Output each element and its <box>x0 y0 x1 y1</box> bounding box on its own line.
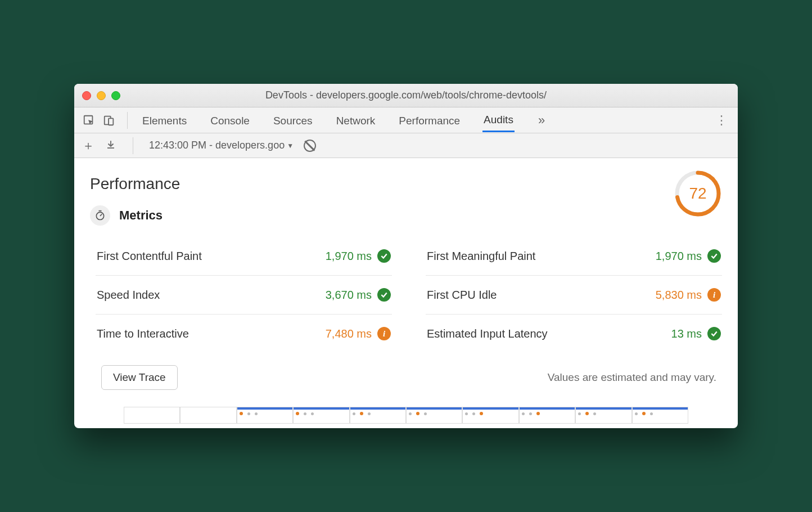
filmstrip-frame[interactable] <box>293 407 349 424</box>
filmstrip-frame[interactable] <box>632 407 688 424</box>
more-tabs-icon[interactable]: » <box>536 113 547 128</box>
filmstrip-frame[interactable] <box>350 407 406 424</box>
metric-value: 7,480 ms <box>326 327 372 340</box>
category-heading: Performance <box>90 175 722 193</box>
inspect-element-icon[interactable] <box>81 113 97 128</box>
metric-row: Speed Index 3,670 ms <box>96 276 392 315</box>
metrics-section-title: Metrics <box>119 208 163 223</box>
minimize-icon[interactable] <box>97 91 106 100</box>
tab-console[interactable]: Console <box>209 109 251 132</box>
tab-audits[interactable]: Audits <box>482 108 515 132</box>
maximize-icon[interactable] <box>111 91 120 100</box>
info-circle-icon: i <box>377 327 391 340</box>
metric-label: First Contentful Paint <box>97 250 202 263</box>
metric-value: 1,970 ms <box>656 250 702 263</box>
report-selector-label: 12:43:00 PM - developers.goo <box>149 140 285 151</box>
devtools-tabbar: Elements Console Sources Network Perform… <box>74 107 738 133</box>
report-selector-dropdown[interactable]: 12:43:00 PM - developers.goo ▼ <box>149 140 294 151</box>
metric-row: Estimated Input Latency 13 ms <box>426 315 722 353</box>
window-title: DevTools - developers.google.com/web/too… <box>74 89 738 101</box>
toggle-device-toolbar-icon[interactable] <box>101 113 117 128</box>
metric-row: First CPU Idle 5,830 ms i <box>426 276 722 315</box>
filmstrip-frame[interactable] <box>124 407 180 424</box>
filmstrip-frame[interactable] <box>237 407 293 424</box>
performance-score-gauge: 72 <box>674 169 722 218</box>
filmstrip-frame[interactable] <box>462 407 518 424</box>
divider <box>127 112 128 129</box>
metric-value: 13 ms <box>671 327 702 340</box>
filmstrip-frame[interactable] <box>406 407 462 424</box>
filmstrip-frame[interactable] <box>575 407 631 424</box>
metric-row: Time to Interactive 7,480 ms i <box>96 315 392 353</box>
settings-menu-icon[interactable]: ⋮ <box>712 113 731 128</box>
tab-performance[interactable]: Performance <box>398 109 461 132</box>
check-circle-icon <box>377 288 391 302</box>
audits-toolbar: ＋ 12:43:00 PM - developers.goo ▼ <box>74 133 738 158</box>
download-report-icon[interactable] <box>105 138 117 153</box>
metric-label: Speed Index <box>97 289 160 302</box>
performance-score-value: 72 <box>674 169 722 218</box>
metric-row: First Contentful Paint 1,970 ms <box>96 237 392 276</box>
tab-network[interactable]: Network <box>335 109 377 132</box>
metric-value: 3,670 ms <box>326 289 372 302</box>
check-circle-icon <box>377 249 391 263</box>
metrics-section-header: Metrics <box>90 205 722 226</box>
divider <box>133 137 133 154</box>
metrics-grid: First Contentful Paint 1,970 ms First Me… <box>96 237 722 353</box>
metrics-footnote: Values are estimated and may vary. <box>548 371 716 384</box>
info-circle-icon: i <box>707 288 721 302</box>
stopwatch-icon <box>90 205 110 226</box>
metric-value: 5,830 ms <box>656 289 702 302</box>
window-titlebar: DevTools - developers.google.com/web/too… <box>74 84 738 107</box>
metric-label: First Meaningful Paint <box>427 250 535 263</box>
metrics-footer: View Trace Values are estimated and may … <box>101 365 716 390</box>
traffic-lights <box>82 91 120 100</box>
chevron-down-icon: ▼ <box>287 142 294 150</box>
svg-rect-2 <box>109 118 113 125</box>
tab-sources[interactable]: Sources <box>272 109 314 132</box>
screenshot-filmstrip <box>90 407 722 424</box>
metric-label: Estimated Input Latency <box>427 327 548 340</box>
check-circle-icon <box>707 249 721 263</box>
metric-row: First Meaningful Paint 1,970 ms <box>426 237 722 276</box>
audit-report: 72 Performance Metrics First Contentful … <box>74 158 738 428</box>
metric-value: 1,970 ms <box>326 250 372 263</box>
view-trace-button[interactable]: View Trace <box>101 365 178 390</box>
devtools-window: DevTools - developers.google.com/web/too… <box>74 84 738 428</box>
new-audit-icon[interactable]: ＋ <box>82 137 94 154</box>
panel-tabs: Elements Console Sources Network Perform… <box>141 108 707 132</box>
tab-elements[interactable]: Elements <box>141 109 188 132</box>
metric-label: First CPU Idle <box>427 289 497 302</box>
filmstrip-frame[interactable] <box>180 407 236 424</box>
metric-label: Time to Interactive <box>97 327 189 340</box>
close-icon[interactable] <box>82 91 91 100</box>
clear-all-icon[interactable] <box>304 140 316 152</box>
filmstrip-frame[interactable] <box>519 407 575 424</box>
check-circle-icon <box>707 327 721 340</box>
